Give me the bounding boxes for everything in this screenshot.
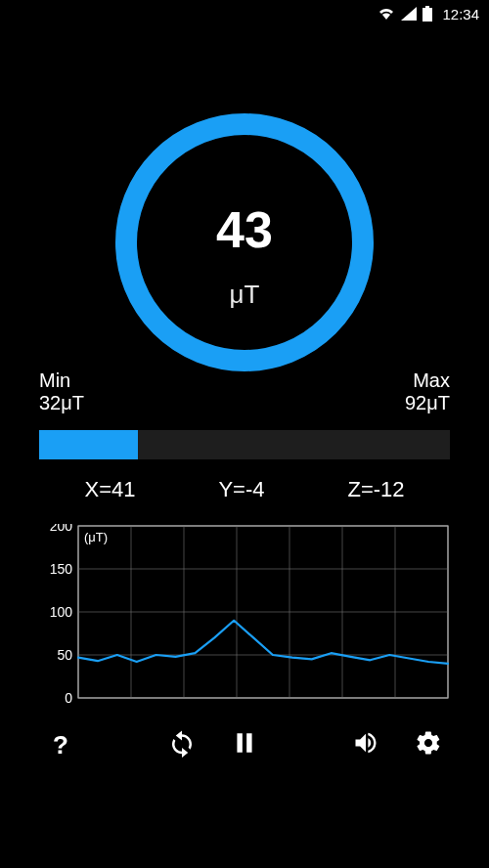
refresh-icon bbox=[167, 728, 197, 761]
svg-rect-0 bbox=[422, 8, 432, 22]
gear-icon bbox=[415, 729, 442, 760]
svg-text:0: 0 bbox=[65, 690, 72, 706]
svg-rect-23 bbox=[246, 733, 251, 753]
axis-readout: X=41 Y=-4 Z=-12 bbox=[39, 477, 450, 502]
axis-x: X=41 bbox=[84, 477, 135, 502]
svg-text:150: 150 bbox=[50, 561, 73, 577]
wifi-icon bbox=[378, 7, 395, 21]
status-time: 12:34 bbox=[442, 6, 479, 22]
refresh-button[interactable] bbox=[164, 727, 200, 762]
svg-rect-22 bbox=[237, 733, 242, 753]
min-block: Min 32μT bbox=[39, 369, 84, 414]
min-label: Min bbox=[39, 369, 84, 392]
battery-icon bbox=[422, 6, 432, 22]
help-button[interactable]: ? bbox=[43, 727, 78, 762]
max-value: 92μT bbox=[405, 392, 450, 414]
axis-z: Z=-12 bbox=[347, 477, 404, 502]
gauge: 43 μT Min 32μT Max 92μT bbox=[39, 86, 450, 399]
strength-bar bbox=[39, 430, 450, 459]
gauge-unit: μT bbox=[230, 280, 260, 310]
chart-svg: 050100150200(μT) bbox=[39, 524, 450, 710]
strength-bar-fill bbox=[39, 430, 138, 459]
svg-rect-1 bbox=[425, 6, 429, 8]
gauge-value: 43 bbox=[216, 200, 273, 259]
sound-button[interactable] bbox=[348, 727, 383, 762]
axis-y: Y=-4 bbox=[218, 477, 264, 502]
signal-icon bbox=[401, 7, 417, 21]
svg-text:100: 100 bbox=[50, 604, 73, 620]
status-bar: 12:34 bbox=[0, 0, 489, 27]
pause-button[interactable] bbox=[227, 727, 262, 762]
svg-text:50: 50 bbox=[57, 647, 72, 663]
svg-text:(μT): (μT) bbox=[84, 530, 108, 544]
svg-text:200: 200 bbox=[50, 524, 73, 534]
pause-icon bbox=[232, 730, 257, 760]
max-block: Max 92μT bbox=[405, 369, 450, 414]
max-label: Max bbox=[405, 369, 450, 392]
settings-button[interactable] bbox=[411, 727, 446, 762]
toolbar: ? bbox=[39, 727, 450, 762]
min-value: 32μT bbox=[39, 392, 84, 414]
volume-icon bbox=[352, 729, 379, 760]
chart: 050100150200(μT) bbox=[39, 524, 450, 710]
help-icon: ? bbox=[53, 730, 68, 760]
